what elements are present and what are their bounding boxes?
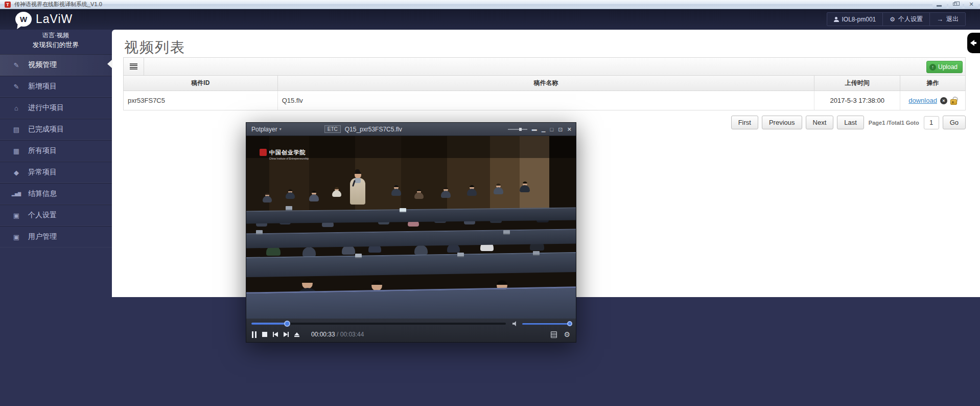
logo-bubble-icon: W [15,12,32,27]
video-watermark: 中国创业学院 China Institute of Entrepreneursh… [260,149,309,160]
sidebar-item-completed[interactable]: ▤ 已完成项目 [0,119,112,140]
cell-actions: download × [900,91,965,110]
always-on-top-icon[interactable]: ▬ [532,127,537,132]
video-viewport[interactable]: 中国创业学院 China Institute of Entrepreneursh… [246,136,576,319]
window-title: 传神语视界在线影视译制系统_V1.0 [14,1,102,8]
volume-bar[interactable] [522,323,571,325]
playlist-icon[interactable] [551,331,557,338]
video-table: ↑ Upload 稿件ID 稿件名称 上传时间 操作 pxr53FS7C5 Q1… [123,57,966,110]
sidebar-menu: ✎ 视频管理 ✎ 新增项目 ⌂ 进行中项目 ▤ 已完成项目 ▦ 所有项目 ◆ 异… [0,54,112,247]
personal-settings-button[interactable]: ⚙ 个人设置 [882,13,929,26]
unlock-icon[interactable] [950,97,957,105]
sidebar-item-all-projects[interactable]: ▦ 所有项目 [0,140,112,162]
left-arrow-icon [970,40,974,46]
sidebar-item-video-management[interactable]: ✎ 视频管理 [0,54,112,76]
opacity-slider[interactable] [508,129,527,130]
header-file-name: 稿件名称 [277,76,814,91]
columns-menu-button[interactable] [124,58,144,75]
header-actions: 操作 [900,76,965,91]
sidebar-item-user-management[interactable]: ▣ 用户管理 [0,226,112,247]
delete-icon[interactable]: × [940,97,947,104]
player-codec-badge: ETC [324,125,341,133]
previous-page-button[interactable]: Previous [762,116,802,129]
volume-level [522,323,571,325]
user-box-icon: ▣ [11,233,21,241]
pencil-icon: ✎ [11,61,21,69]
seek-progress [251,323,287,325]
brand-name: LaViW [36,12,73,26]
home-icon: ⌂ [11,104,21,112]
first-page-button[interactable]: First [731,116,758,129]
desk-tier [246,286,576,319]
brand-tagline-1: 语言·视频 [15,31,96,40]
goto-page-input[interactable] [924,116,939,129]
player-titlebar[interactable]: Potplayer ▾ ETC Q15_pxr53FS7C5.flv ▬ ▁ □… [246,123,576,136]
player-fullscreen-icon[interactable]: ⊡ [558,127,563,132]
window-close-button[interactable]: ✕ [964,1,978,8]
close-icon: ✕ [964,1,978,8]
table-header-row: 稿件ID 稿件名称 上传时间 操作 [123,76,966,91]
seek-bar[interactable] [251,323,506,325]
cell-upload-time: 2017-5-3 17:38:00 [814,91,900,110]
player-settings-icon[interactable]: ⚙ [564,331,570,338]
speaker-icon[interactable] [512,321,518,326]
collapse-panel-tab[interactable] [967,33,980,53]
gear-icon: ⚙ [890,16,895,23]
logout-label: 退出 [946,15,959,24]
sidebar-item-personal-settings[interactable]: ▣ 个人设置 [0,205,112,226]
active-item-notch [107,59,112,69]
page-title: 视频列表 [124,38,185,57]
stop-button[interactable] [262,332,267,337]
player-app-name[interactable]: Potplayer [251,126,277,133]
upload-button[interactable]: ↑ Upload [926,61,963,73]
next-track-button[interactable] [284,332,289,337]
next-page-button[interactable]: Next [806,116,834,129]
pagination: First Previous Next Last Page1 /Total1 G… [731,116,966,129]
player-close-icon[interactable]: × [567,127,571,132]
go-button[interactable]: Go [943,116,966,129]
current-time: 00:00:33 [311,331,335,338]
player-minimize-icon[interactable]: ▁ [542,127,546,132]
pause-button[interactable] [252,331,256,338]
player-maximize-icon[interactable]: □ [550,127,554,132]
minimize-icon [937,5,942,7]
download-link[interactable]: download [908,97,937,104]
chevron-down-icon: ▾ [279,127,282,131]
bar-chart-icon: ▂▅▇ [11,192,21,196]
window-restore-button[interactable] [948,1,963,8]
header-file-id: 稿件ID [124,76,277,91]
app-root: T 传神语视界在线影视译制系统_V1.0 ✕ W LaViW 语言·视频 发现我… [0,0,980,406]
watermark-text: 中国创业学院 [269,149,309,156]
user-badge[interactable]: IOL8-pm001 [827,13,883,26]
sidebar-item-settlement[interactable]: ▂▅▇ 结算信息 [0,183,112,205]
header-user-controls: IOL8-pm001 ⚙ 个人设置 → 退出 [827,12,966,26]
window-app-icon: T [5,2,11,8]
window-titlebar: T 传神语视界在线影视译制系统_V1.0 ✕ [0,0,980,9]
brand-logo: W LaViW 语言·视频 发现我们的世界 [15,12,96,50]
drop-icon: ◆ [11,169,21,176]
upload-arrow-icon: ↑ [929,64,936,71]
open-file-button[interactable] [294,332,299,337]
sidebar-item-in-progress[interactable]: ⌂ 进行中项目 [0,97,112,119]
last-page-button[interactable]: Last [837,116,864,129]
list-icon: ▤ [11,126,21,133]
table-toolbar: ↑ Upload [123,57,966,76]
player-controls: 00:00:33 / 00:03:44 ⚙ [246,318,576,342]
volume-thumb[interactable] [567,321,572,326]
table-row: pxr53FS7C5 Q15.flv 2017-5-3 17:38:00 dow… [123,91,966,110]
user-box-icon: ▣ [11,212,21,219]
header-upload-time: 上传时间 [814,76,900,91]
restore-icon [953,3,957,6]
window-minimize-button[interactable] [932,1,947,8]
sidebar-item-new-project[interactable]: ✎ 新增项目 [0,76,112,97]
player-filename: Q15_pxr53FS7C5.flv [345,126,402,133]
page-info: Page1 /Total1 Goto [869,120,919,126]
watermark-logo-icon [260,149,267,156]
upload-label: Upload [938,63,958,71]
sidebar-item-abnormal[interactable]: ◆ 异常项目 [0,162,112,183]
previous-track-button[interactable] [273,332,278,337]
settings-label: 个人设置 [898,15,923,24]
logout-button[interactable]: → 退出 [929,13,965,26]
grid-icon: ▦ [11,147,21,155]
seek-thumb[interactable] [284,321,290,327]
